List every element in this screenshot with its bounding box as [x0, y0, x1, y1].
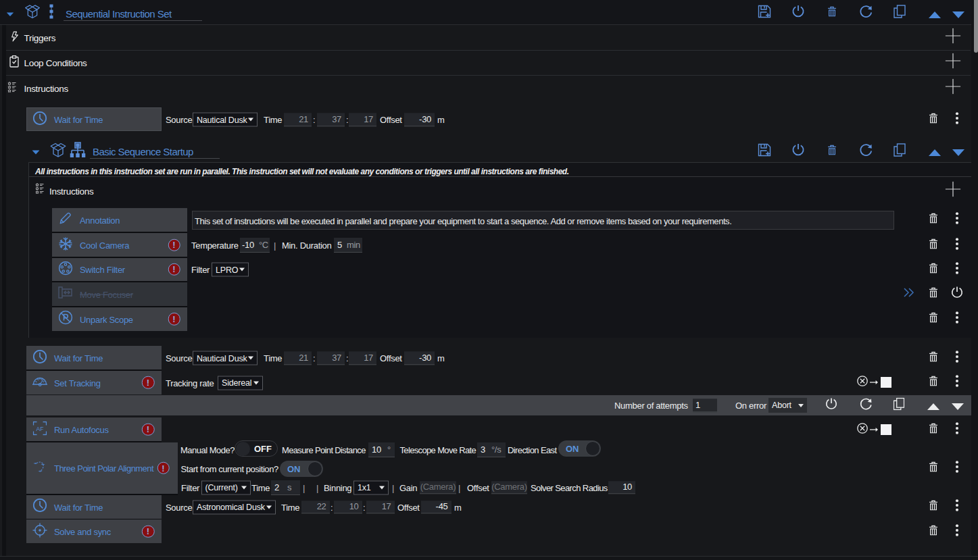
svg-text:AF: AF	[36, 425, 44, 432]
